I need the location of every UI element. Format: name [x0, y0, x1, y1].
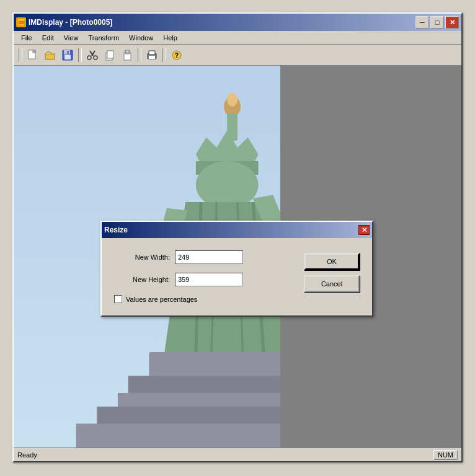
svg-point-15 — [94, 56, 97, 60]
width-input[interactable] — [175, 250, 243, 264]
percentages-checkbox[interactable] — [114, 295, 122, 303]
svg-marker-6 — [33, 50, 35, 53]
height-label: New Height: — [114, 276, 170, 283]
svg-point-28 — [227, 93, 238, 107]
svg-rect-3 — [19, 22, 23, 24]
menu-window[interactable]: Window — [124, 33, 158, 43]
title-bar: IMDisplay - [Photo0005] ─ □ ✕ — [14, 14, 461, 31]
toolbar: ? — [14, 45, 461, 66]
ok-button[interactable]: OK — [304, 253, 360, 270]
svg-rect-20 — [126, 50, 129, 53]
menu-help[interactable]: Help — [158, 33, 182, 43]
svg-rect-23 — [149, 51, 155, 55]
svg-point-14 — [87, 56, 91, 60]
width-label: New Width: — [114, 253, 170, 261]
cancel-button[interactable]: Cancel — [304, 275, 360, 293]
new-button[interactable] — [25, 47, 41, 63]
svg-line-13 — [92, 51, 95, 56]
status-text: Ready — [17, 451, 433, 459]
menu-file[interactable]: File — [16, 33, 37, 43]
svg-rect-7 — [45, 54, 55, 60]
toolbar-sep-1 — [19, 48, 22, 62]
menu-bar: File Edit View Transform Window Help — [14, 31, 461, 45]
dialog-fields: New Width: New Height: Values are percen… — [114, 250, 291, 303]
close-button[interactable]: ✕ — [445, 16, 459, 29]
toolbar-sep-2 — [78, 48, 82, 62]
resize-dialog: Resize ✕ New Width: New Height: — [100, 221, 373, 317]
print-button[interactable] — [144, 47, 160, 63]
percentages-label: Values are percentages — [126, 296, 197, 303]
main-window: IMDisplay - [Photo0005] ─ □ ✕ File Edit … — [12, 12, 463, 462]
title-bar-buttons: ─ □ ✕ — [415, 16, 459, 29]
toolbar-sep-4 — [162, 48, 166, 62]
svg-point-32 — [196, 161, 259, 209]
status-bar: Ready NUM — [14, 447, 461, 461]
svg-text:?: ? — [175, 52, 179, 59]
dialog-buttons: OK Cancel — [304, 250, 360, 303]
menu-transform[interactable]: Transform — [83, 33, 124, 43]
cut-button[interactable] — [84, 47, 100, 63]
window-title: IMDisplay - [Photo0005] — [29, 18, 413, 27]
svg-rect-22 — [149, 56, 155, 59]
dialog-close-button[interactable]: ✕ — [358, 225, 370, 235]
num-indicator: NUM — [433, 450, 458, 460]
menu-view[interactable]: View — [59, 33, 84, 43]
toolbar-sep-3 — [138, 48, 141, 62]
content-area: Resize ✕ New Width: New Height: — [14, 66, 461, 447]
menu-edit[interactable]: Edit — [37, 33, 59, 43]
height-field-row: New Height: — [114, 273, 291, 286]
checkbox-row: Values are percentages — [114, 295, 291, 303]
paste-button[interactable] — [119, 47, 135, 63]
copy-button[interactable] — [102, 47, 118, 63]
save-button[interactable] — [60, 47, 76, 63]
dialog-title-bar: Resize ✕ — [102, 222, 372, 238]
svg-rect-17 — [107, 51, 113, 58]
svg-rect-11 — [67, 51, 69, 54]
dialog-title: Resize — [104, 226, 356, 234]
dialog-content: New Width: New Height: Values are percen… — [102, 238, 372, 315]
minimize-button[interactable]: ─ — [415, 16, 429, 29]
height-input[interactable] — [175, 273, 243, 286]
svg-rect-10 — [64, 55, 71, 60]
help-button[interactable]: ? — [169, 47, 185, 63]
width-field-row: New Width: — [114, 250, 291, 264]
app-icon — [16, 17, 26, 27]
open-button[interactable] — [42, 47, 58, 63]
maximize-button[interactable]: □ — [430, 16, 444, 29]
